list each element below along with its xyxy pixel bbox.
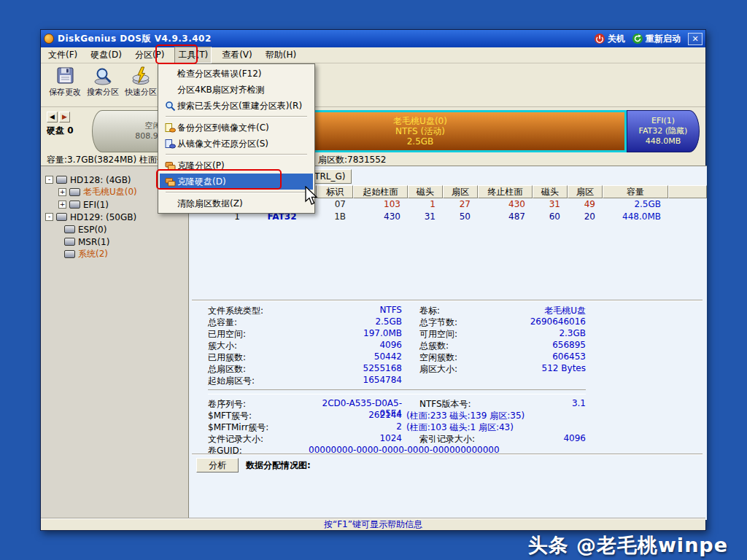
detail-label: $MFT簇号:: [208, 410, 309, 421]
disk-tree-panel: - HD128: (4GB) + 老毛桃U盘(0) + EFI(1) - HD1…: [41, 166, 189, 520]
menu-disk[interactable]: 硬盘(D): [88, 47, 125, 63]
detail-label: 起始扇区号:: [208, 375, 309, 386]
tree-item-system[interactable]: 系统(2): [41, 248, 188, 260]
analyze-button[interactable]: 分析: [196, 458, 239, 472]
efi-segment-name: EFI(1): [651, 116, 675, 126]
tree-item-label: HD128: (4GB): [70, 175, 131, 185]
partition-icon: [69, 188, 80, 196]
disk-capacity-text: 容量:3.7GB(3824MB) 柱面数:: [47, 154, 169, 166]
detail-label: 总簇数:: [402, 340, 498, 351]
menuitem-check-partition-table[interactable]: 检查分区表错误(F12): [160, 66, 313, 82]
detail-label: 已用簇数:: [208, 351, 309, 363]
next-disk-button[interactable]: ▶: [59, 112, 70, 122]
detail-value: 2690646016: [498, 316, 586, 328]
tree-item-label: ESP(0): [78, 225, 107, 235]
col-id[interactable]: 标识: [317, 185, 353, 198]
separator: [192, 454, 703, 455]
menu-file[interactable]: 文件(F): [45, 47, 80, 63]
quick-partition-button[interactable]: 快速分区: [123, 66, 159, 98]
detail-label: 空闲簇数:: [402, 351, 498, 363]
harddisk-icon: [56, 176, 67, 184]
detail-label: 可用空间:: [402, 328, 498, 340]
restart-icon: [632, 34, 643, 44]
cell-head2: 60: [533, 211, 568, 223]
cell-head: 1: [408, 198, 443, 211]
efi-partition-segment[interactable]: EFI(1) FAT32 (隐藏) 448.0MB: [627, 110, 700, 152]
cell-head2: 31: [533, 198, 568, 211]
tree-item-label: HD129: (50GB): [70, 212, 136, 222]
cell-capacity: 448.0MB: [603, 211, 668, 223]
restart-label: 重新启动: [646, 33, 681, 45]
col-sector2[interactable]: 扇区: [568, 185, 603, 198]
tree-item-label: 系统(2): [78, 248, 108, 260]
separator: [208, 389, 586, 394]
diskgenius-logo-icon: [44, 34, 54, 44]
partition-icon: [64, 225, 75, 233]
collapse-icon[interactable]: -: [45, 213, 53, 221]
toolbar: 保存更改 搜索分区 快速分区: [41, 63, 705, 107]
cell-start-cyl: 430: [353, 211, 408, 223]
menu-help[interactable]: 帮助(H): [263, 47, 299, 63]
quick-partition-label: 快速分区: [125, 87, 157, 98]
cell-head: 31: [408, 211, 443, 223]
col-head2[interactable]: 磁头: [533, 185, 568, 198]
search-partition-button[interactable]: 搜索分区: [85, 66, 121, 98]
save-changes-button[interactable]: 保存更改: [47, 66, 83, 98]
col-head[interactable]: 磁头: [408, 185, 443, 198]
shutdown-button[interactable]: 关机: [595, 33, 625, 45]
detail-value: 5255168: [309, 363, 402, 375]
partition-icon: [69, 201, 80, 209]
detail-value: 3.1: [498, 398, 586, 410]
status-help-text: 按“F1”键可显示帮助信息: [324, 518, 422, 531]
col-sector[interactable]: 扇区: [443, 185, 478, 198]
menuitem-restore-partition-from-image[interactable]: 从镜像文件还原分区(S): [160, 136, 313, 152]
save-changes-label: 保存更改: [49, 87, 81, 98]
col-filler: [668, 185, 707, 198]
col-end-cylinder[interactable]: 终止柱面: [478, 185, 533, 198]
backup-partition-icon: [165, 122, 176, 133]
col-start-cylinder[interactable]: 起始柱面: [353, 185, 408, 198]
partition-icon: [64, 238, 75, 246]
search-lost-partition-icon: [165, 101, 176, 112]
prev-disk-button[interactable]: ◀: [47, 112, 58, 122]
tree-item-label: MSR(1): [78, 237, 109, 247]
restart-button[interactable]: 重新启动: [632, 33, 681, 45]
menubar: 文件(F) 硬盘(D) 分区(P) 工具(T) 查看(V) 帮助(H): [41, 47, 705, 63]
menu-separator: [166, 154, 307, 155]
ntfs-segment-name: 老毛桃U盘(0): [393, 116, 447, 126]
save-floppy-icon: [55, 66, 75, 85]
titlebar[interactable]: DiskGenius DOS版 V4.9.3.402 关机: [41, 30, 705, 47]
cell-capacity: 2.5GB: [603, 198, 668, 211]
detail-label: 卷序列号:: [208, 398, 309, 410]
detail-value: 2.5GB: [309, 316, 402, 328]
detail-value: 262144: [309, 410, 402, 421]
menuitem-label: 从镜像文件还原分区(S): [177, 138, 268, 150]
detail-label: 簇大小:: [208, 340, 309, 351]
menuitem-search-lost-partitions[interactable]: 搜索已丢失分区(重建分区表)(R): [160, 98, 313, 114]
watermark-text: 头条 @老毛桃winpe: [528, 532, 728, 559]
detail-label: 扇区大小:: [402, 363, 498, 375]
menuitem-erase-sector-data[interactable]: 清除扇区数据(Z): [160, 195, 313, 211]
detail-label: NTFS版本号:: [402, 398, 498, 410]
expand-icon[interactable]: +: [58, 188, 66, 196]
detail-value: 2: [309, 421, 402, 433]
expand-icon[interactable]: +: [58, 201, 66, 209]
menuitem-4kb-alignment-check[interactable]: 分区4KB扇区对齐检测: [160, 82, 313, 98]
collapse-icon[interactable]: -: [45, 176, 53, 184]
menu-view[interactable]: 查看(V): [219, 47, 255, 63]
col-capacity[interactable]: 容量: [603, 185, 668, 198]
diskgenius-window: DiskGenius DOS版 V4.9.3.402 关机: [40, 29, 706, 531]
cell-end-cyl: 430: [478, 198, 533, 211]
detail-empty: [498, 375, 586, 386]
detail-label: 文件记录大小:: [208, 433, 309, 445]
mouse-cursor: [303, 186, 320, 206]
close-button[interactable]: ✕: [688, 33, 703, 45]
menuitem-backup-partition-to-image[interactable]: 备份分区到镜像文件(C): [160, 120, 313, 136]
detail-label: 总字节数:: [402, 316, 498, 328]
menuitem-label: 搜索已丢失分区(重建分区表)(R): [177, 100, 302, 112]
detail-value: 1024: [309, 433, 402, 445]
menuitem-label: 清除扇区数据(Z): [177, 198, 243, 210]
detail-label: 索引记录大小:: [402, 433, 498, 445]
tree-item-esp[interactable]: ESP(0): [41, 223, 188, 236]
tree-item-msr[interactable]: MSR(1): [41, 236, 188, 248]
